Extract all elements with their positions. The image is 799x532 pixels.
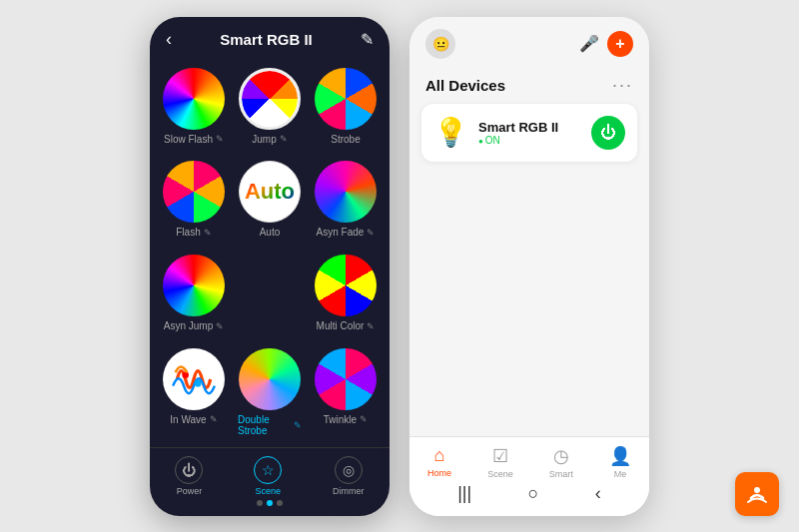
asyn-jump-circle [163, 255, 225, 316]
back-icon[interactable]: ‹ [166, 29, 172, 50]
double-strobe-circle [239, 348, 301, 410]
left-phone-title: Smart RGB II [220, 31, 313, 48]
device-details: Smart RGB II ON [478, 120, 558, 146]
tuya-logo-icon [745, 482, 769, 506]
flash-label: Flash ✎ [176, 227, 211, 238]
home-nav-item[interactable]: ⌂ Home [427, 445, 451, 479]
auto-text: Auto [245, 179, 295, 205]
power-nav-icon: ⏻ [175, 456, 203, 484]
dimmer-nav-label: Dimmer [333, 486, 365, 496]
svg-point-2 [754, 487, 760, 493]
right-phone: 😐 🎤 + All Devices ··· 💡 Smart RGB II ON [409, 17, 649, 516]
smart-nav-label: Smart [549, 469, 573, 479]
tuya-badge [735, 472, 779, 516]
home-nav-icon: ⌂ [434, 445, 445, 466]
asyn-fade-circle [315, 161, 377, 223]
list-item[interactable]: Twinkle ✎ [310, 342, 382, 443]
scene-right-nav-icon: ☑ [492, 445, 508, 467]
in-wave-label: In Wave ✎ [170, 414, 217, 425]
device-name: Smart RGB II [478, 120, 558, 135]
device-icon: 💡 [433, 116, 468, 149]
strobe-circle [315, 68, 377, 130]
list-item[interactable]: In Wave ✎ [158, 342, 230, 443]
double-strobe-label: Double Strobe ✎ [238, 414, 302, 436]
left-phone: ‹ Smart RGB II ✎ Slow Flash ✎ Jump ✎ [150, 17, 390, 516]
more-options-icon[interactable]: ··· [612, 75, 633, 96]
in-wave-circle [163, 348, 225, 410]
list-item[interactable]: Asyn Jump ✎ [158, 249, 230, 338]
effects-grid: Slow Flash ✎ Jump ✎ Strobe Fl [150, 58, 390, 447]
system-bar-bars: ||| [457, 483, 471, 504]
auto-circle: Auto [239, 161, 301, 223]
device-status: ON [478, 135, 558, 146]
smart-nav-icon: ◷ [553, 445, 569, 467]
section-title: All Devices [425, 77, 505, 94]
strobe-label: Strobe [331, 134, 360, 145]
page-dot-1 [257, 500, 263, 506]
section-header: All Devices ··· [409, 67, 649, 104]
jump-circle [239, 68, 301, 130]
dimmer-nav-icon: ◎ [335, 456, 363, 484]
multi-color-label: Multi Color ✎ [317, 320, 376, 331]
page-dot-2 [267, 500, 273, 506]
scene-nav-icon: ☆ [254, 456, 282, 484]
wave-svg [169, 354, 219, 404]
phones-wrapper: ‹ Smart RGB II ✎ Slow Flash ✎ Jump ✎ [150, 17, 649, 516]
flash-circle [163, 161, 225, 223]
left-bottom-nav: ⏻ Power ☆ Scene ◎ Dimmer [150, 447, 390, 516]
asyn-fade-label: Asyn Fade ✎ [317, 227, 376, 238]
scene-nav-item[interactable]: ☆ Scene [254, 456, 282, 496]
bottom-nav-items: ⏻ Power ☆ Scene ◎ Dimmer [150, 456, 390, 496]
list-item[interactable]: Asyn Fade ✎ [310, 155, 382, 245]
svg-point-0 [182, 371, 189, 378]
list-item[interactable]: Strobe [310, 62, 382, 152]
jump-label: Jump ✎ [252, 134, 287, 145]
list-item[interactable]: Multi Color ✎ [310, 249, 382, 338]
right-top-bar: 😐 🎤 + [409, 17, 649, 67]
right-bottom-nav: ⌂ Home ☑ Scene ◷ Smart 👤 Me [409, 436, 649, 516]
face-icon: 😐 [425, 29, 455, 59]
system-bar: ||| ○ ‹ [409, 479, 649, 512]
asyn-jump-label: Asyn Jump ✎ [164, 320, 224, 331]
left-top-bar: ‹ Smart RGB II ✎ [150, 17, 390, 58]
power-nav-label: Power [177, 486, 203, 496]
me-nav-label: Me [614, 469, 627, 479]
list-item[interactable]: Jump ✎ [234, 62, 306, 152]
scene-nav-label: Scene [255, 486, 281, 496]
list-item[interactable]: Double Strobe ✎ [234, 342, 306, 443]
list-item[interactable]: Auto Auto [234, 155, 306, 245]
smart-nav-item[interactable]: ◷ Smart [549, 445, 573, 479]
dimmer-nav-item[interactable]: ◎ Dimmer [333, 456, 365, 496]
me-nav-item[interactable]: 👤 Me [609, 445, 631, 479]
power-nav-item[interactable]: ⏻ Power [175, 456, 203, 496]
mic-icon[interactable]: 🎤 [579, 34, 599, 53]
twinkle-circle [315, 348, 377, 410]
device-info: 💡 Smart RGB II ON [433, 116, 558, 149]
edit-icon[interactable]: ✎ [361, 30, 374, 49]
system-bar-back: ‹ [595, 483, 601, 504]
device-card[interactable]: 💡 Smart RGB II ON ⏻ [421, 104, 637, 162]
device-power-button[interactable]: ⏻ [591, 116, 625, 150]
home-nav-label: Home [427, 468, 451, 478]
scene-right-nav-item[interactable]: ☑ Scene [487, 445, 513, 479]
svg-point-1 [195, 380, 202, 387]
right-nav-items: ⌂ Home ☑ Scene ◷ Smart 👤 Me [409, 445, 649, 479]
add-device-button[interactable]: + [607, 31, 633, 57]
list-item [234, 249, 306, 338]
scene-right-nav-label: Scene [487, 469, 513, 479]
list-item[interactable]: Slow Flash ✎ [158, 62, 230, 152]
system-bar-home: ○ [528, 483, 539, 504]
me-nav-icon: 👤 [609, 445, 631, 467]
auto-label: Auto [260, 227, 281, 238]
right-icons: 🎤 + [579, 31, 633, 57]
twinkle-label: Twinkle ✎ [324, 414, 368, 425]
page-dots [150, 496, 390, 510]
slow-flash-circle [163, 68, 225, 130]
slow-flash-label: Slow Flash ✎ [164, 134, 224, 145]
multi-color-circle [315, 255, 377, 316]
right-bottom-area [409, 162, 649, 436]
list-item[interactable]: Flash ✎ [158, 155, 230, 245]
app-container: ‹ Smart RGB II ✎ Slow Flash ✎ Jump ✎ [0, 0, 799, 532]
page-dot-3 [277, 500, 283, 506]
